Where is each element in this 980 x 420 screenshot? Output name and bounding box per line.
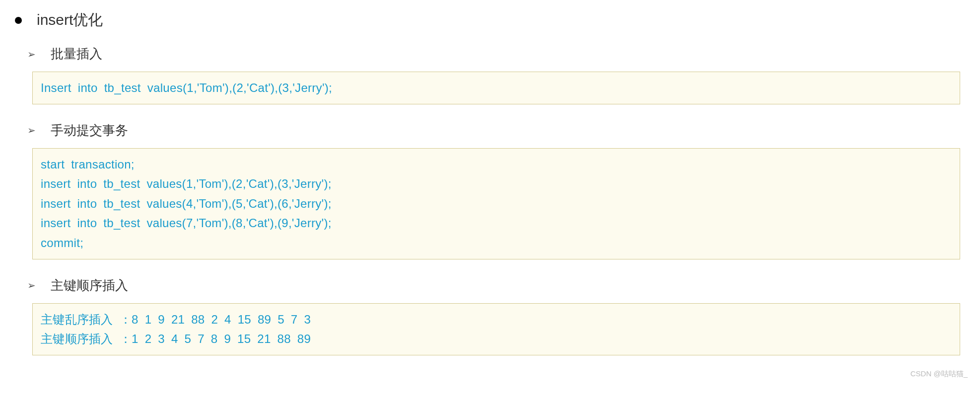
section-batch-insert: ➢ 批量插入 Insert into tb_test values(1,'Tom… [27, 45, 965, 104]
code-block: Insert into tb_test values(1,'Tom'),(2,'… [32, 72, 960, 104]
section-heading-text: 批量插入 [51, 45, 102, 63]
code-line: Insert into tb_test values(1,'Tom'),(2,'… [41, 78, 952, 98]
section-manual-commit: ➢ 手动提交事务 start transaction; insert into … [27, 122, 965, 259]
main-heading-text: insert优化 [37, 10, 103, 30]
arrow-icon: ➢ [27, 279, 36, 291]
code-block: start transaction; insert into tb_test v… [32, 148, 960, 259]
arrow-icon: ➢ [27, 48, 36, 60]
code-line: start transaction; [41, 155, 952, 174]
code-block: 主键乱序插入 ：8 1 9 21 88 2 4 15 89 5 7 3 主键顺序… [32, 303, 960, 355]
code-line: 主键乱序插入 ：8 1 9 21 88 2 4 15 89 5 7 3 [41, 310, 952, 330]
code-line: 主键顺序插入 ：1 2 3 4 5 7 8 9 15 21 88 89 [41, 329, 952, 349]
code-line: insert into tb_test values(4,'Tom'),(5,'… [41, 194, 952, 214]
code-line: insert into tb_test values(7,'Tom'),(8,'… [41, 213, 952, 233]
main-heading: insert优化 [15, 10, 965, 30]
code-line: commit; [41, 233, 952, 253]
code-line: insert into tb_test values(1,'Tom'),(2,'… [41, 174, 952, 194]
section-pk-order-insert: ➢ 主键顺序插入 主键乱序插入 ：8 1 9 21 88 2 4 15 89 5… [27, 277, 965, 355]
section-heading: ➢ 批量插入 [27, 45, 965, 63]
watermark-text: CSDN @咕咕猫_ [910, 369, 968, 379]
section-heading: ➢ 主键顺序插入 [27, 277, 965, 294]
section-heading: ➢ 手动提交事务 [27, 122, 965, 139]
section-heading-text: 主键顺序插入 [51, 277, 128, 294]
arrow-icon: ➢ [27, 124, 36, 136]
bullet-icon [15, 17, 22, 24]
section-heading-text: 手动提交事务 [51, 122, 128, 139]
